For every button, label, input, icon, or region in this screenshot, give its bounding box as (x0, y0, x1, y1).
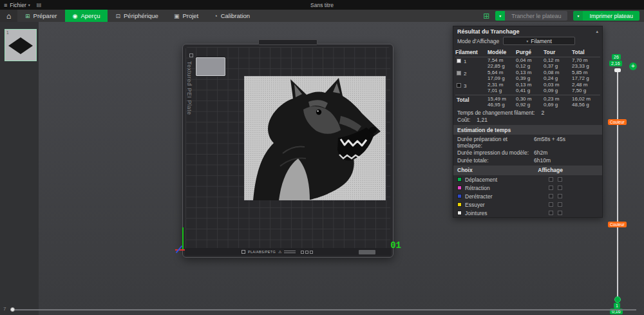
slice-plate-button[interactable]: Trancher le plateau (505, 11, 567, 21)
filament-change-value: 2 (541, 110, 544, 116)
unretract-color-swatch (457, 194, 462, 198)
tab-label: Préparer (33, 12, 57, 19)
print-dropdown-caret[interactable]: ▾ (573, 11, 583, 21)
chevron-down-icon: ▾ (527, 39, 529, 43)
plate-thumbnail-index: 1 (6, 30, 9, 35)
filament-color-swatch (457, 59, 461, 63)
save-icon[interactable]: ▤ (37, 2, 42, 8)
build-plate[interactable]: Textured PEI Plate (182, 44, 393, 258)
display-checkbox[interactable] (549, 177, 553, 182)
display-checkbox[interactable] (549, 194, 553, 198)
plate-settings-icon[interactable]: ⊞ (483, 12, 489, 20)
hamburger-menu-icon[interactable]: ≡ (4, 2, 7, 8)
monitor-icon: ⊡ (115, 13, 120, 19)
filament-table: Filament Modèle Purgé Tour Total 1 7,54 … (453, 48, 602, 108)
display-mode-label: Mode d'Affichage (457, 38, 499, 44)
travel-color-swatch (457, 177, 462, 182)
model-preview[interactable] (244, 76, 386, 200)
wipe-color-swatch (457, 202, 462, 207)
eye-icon: ◉ (73, 13, 78, 19)
layer-top-height-badge: 2,16 (609, 61, 622, 66)
layer-slider-bottom-handle[interactable] (614, 296, 621, 303)
retract-color-swatch (457, 186, 462, 190)
titlebar: ≡ Fichier ▾ ▤ Sans titre (0, 0, 644, 10)
move-slider-label: 7 (3, 306, 6, 312)
option-row: Déplacement (453, 175, 602, 184)
print-plate-button[interactable]: Imprimer plateau (583, 11, 639, 21)
slice-dropdown-caret[interactable]: ▾ (495, 11, 505, 21)
table-total-row: Total 15,49 m46,95 g 0,30 m0,92 g 0,23 m… (455, 95, 600, 108)
file-menu-label: Fichier (10, 2, 26, 8)
option-row: Essuyer (453, 200, 602, 209)
col-purge: Purgé (516, 49, 544, 55)
tab-label: Calibration (221, 12, 250, 19)
document-title: Sans titre (310, 2, 334, 8)
time-row: Durée préparation et timelapse:6m58s + 4… (453, 135, 602, 149)
options-header: Choix Affichage (453, 166, 602, 175)
display-mode-row: Mode d'Affichage ▾ Filament (453, 36, 602, 48)
color-change-marker[interactable]: Couleur (608, 119, 627, 125)
display-checkbox[interactable] (558, 202, 562, 207)
tab-peripherique[interactable]: ⊡ Périphérique (108, 10, 166, 22)
plate-brand-logo (189, 53, 193, 57)
plate-material-label: PLA/ABS/PETG (248, 250, 276, 254)
plate-list-sidebar: 1 (0, 22, 39, 315)
layer-slider-top-handle[interactable] (614, 68, 621, 72)
tab-label: Périphérique (124, 12, 158, 19)
file-menu[interactable]: Fichier ▾ (10, 2, 30, 8)
tab-apercu[interactable]: ◉ Aperçu (65, 10, 108, 22)
slice-result-panel: Résultat du Tranchage ▴ Mode d'Affichage… (453, 26, 603, 218)
tab-label: Aperçu (80, 12, 100, 19)
display-checkbox[interactable] (558, 194, 562, 198)
tab-label: Projet (182, 12, 198, 19)
print-plate-split-button: ▾ Imprimer plateau (573, 11, 639, 21)
layer-slider-track[interactable] (617, 71, 618, 300)
move-slider-track[interactable] (10, 309, 636, 310)
col-total: Total (572, 49, 601, 55)
home-button[interactable]: ⌂ (0, 10, 17, 22)
option-label: Derétracter (465, 193, 493, 200)
display-checkbox[interactable] (558, 211, 562, 215)
option-row: Rétraction (453, 184, 602, 192)
display-checkbox[interactable] (549, 211, 553, 215)
layer-top-badge: 26 (612, 54, 621, 60)
collapse-icon[interactable]: ▴ (596, 29, 598, 34)
plate-number: 01 (390, 240, 401, 251)
plate-thumbnail[interactable]: 1 (5, 29, 37, 61)
plate-handle[interactable] (258, 39, 317, 45)
table-header-row: Filament Modèle Purgé Tour Total (455, 48, 600, 57)
cost-value: 1,21 (477, 117, 488, 123)
table-row: 2 5,64 m17,09 g 0,13 m0,39 g 0,08 m0,24 … (455, 70, 600, 82)
color-change-marker[interactable]: Couleur (608, 222, 627, 227)
filament-index: 1 (464, 59, 466, 64)
home-icon: ⌂ (6, 12, 11, 21)
seam-color-swatch (457, 211, 462, 215)
warning-icon: ⚠ (278, 250, 281, 254)
display-checkbox[interactable] (549, 202, 553, 207)
tab-projet[interactable]: ▣ Projet (166, 10, 206, 22)
prime-tower[interactable] (196, 57, 225, 76)
col-filament: Filament (455, 49, 488, 55)
filament-change-row: Temps de changement filament: 2 (453, 108, 602, 116)
main-toolbar: ⌂ ⊞ Préparer ◉ Aperçu ⊡ Périphérique ▣ P… (0, 10, 644, 22)
total-label: Total (455, 97, 488, 108)
display-checkbox[interactable] (558, 186, 562, 190)
slice-plate-split-button: ▾ Trancher le plateau (495, 11, 567, 21)
plate-thumbnail-image (5, 30, 36, 61)
filament-color-swatch (457, 71, 461, 75)
plate-microtext (284, 251, 296, 254)
options-title: Choix (457, 167, 473, 173)
move-slider-handle[interactable] (10, 307, 15, 312)
tab-preparer[interactable]: ⊞ Préparer (17, 10, 65, 22)
display-mode-select[interactable]: ▾ Filament (503, 37, 575, 45)
display-checkbox[interactable] (549, 186, 553, 190)
time-section-title: Estimation de temps (453, 125, 602, 135)
filament-change-label: Temps de changement filament: (457, 110, 535, 116)
display-checkbox[interactable] (558, 177, 562, 182)
folder-icon: ▣ (174, 13, 180, 19)
add-color-change-button[interactable]: + (629, 62, 637, 70)
tab-calibration[interactable]: ◔ Calibration (206, 10, 258, 22)
col-modele: Modèle (488, 49, 516, 55)
col-tour: Tour (544, 49, 572, 55)
grid-icon (242, 250, 245, 254)
